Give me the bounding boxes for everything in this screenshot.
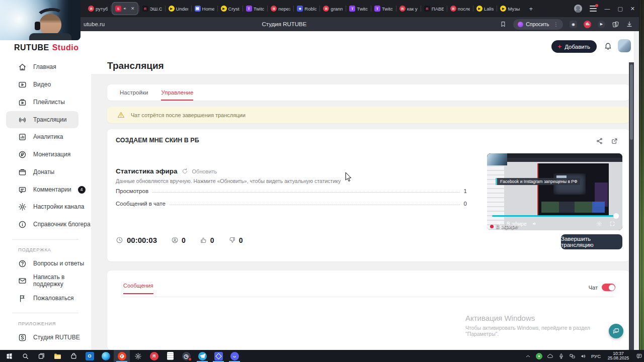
browser-tab[interactable]: Under bbox=[166, 2, 191, 15]
rutube-studio-logo[interactable]: RUTUBEStudio bbox=[14, 43, 78, 52]
taskbar-notepad[interactable] bbox=[162, 350, 178, 362]
sidebar-item[interactable]: Донаты bbox=[0, 163, 91, 180]
taskbar-roblox[interactable] bbox=[210, 350, 226, 362]
sidebar-item[interactable]: Настройки канала bbox=[0, 198, 91, 215]
browser-tab[interactable]: Twitc bbox=[347, 2, 370, 15]
bookmark-icon[interactable] bbox=[500, 21, 507, 28]
new-tab-button[interactable]: + bbox=[526, 4, 536, 14]
taskbar-clock[interactable]: 10:37 25.08.2025 bbox=[605, 351, 631, 361]
extension-hand-icon[interactable] bbox=[584, 21, 591, 28]
tab-messages[interactable]: Сообщения bbox=[123, 283, 153, 289]
taskbar-yandex-browser[interactable] bbox=[114, 350, 130, 362]
page-scrollbar[interactable] bbox=[629, 62, 634, 350]
sidebar-item[interactable]: Справочник блогера bbox=[0, 216, 91, 233]
tab-management[interactable]: Управление bbox=[161, 89, 193, 96]
player-progress-bar[interactable] bbox=[492, 215, 617, 217]
support-chat-fab[interactable] bbox=[609, 324, 623, 338]
stream-caption-overlay: Facebook и Instagram запрещены в РФ bbox=[496, 178, 580, 185]
tab-divider bbox=[473, 6, 473, 12]
user-avatar[interactable] bbox=[618, 39, 631, 52]
browser-tab[interactable]: ЭШ.С bbox=[140, 2, 165, 15]
sidebar-item[interactable]: Пожаловаться bbox=[0, 290, 91, 307]
taskbar-edge[interactable] bbox=[98, 350, 114, 362]
sidebar-item[interactable]: Студия RUTUBE bbox=[0, 329, 91, 346]
browser-tab[interactable]: Roblo bbox=[294, 2, 319, 15]
tab-audio-icon[interactable] bbox=[123, 6, 128, 11]
browser-menu-icon[interactable] bbox=[590, 6, 597, 12]
extension-play-icon[interactable]: ▶ bbox=[598, 21, 605, 28]
volume-tray-icon[interactable] bbox=[580, 353, 587, 359]
volume-icon[interactable] bbox=[532, 221, 538, 227]
network-icon[interactable] bbox=[569, 353, 576, 359]
browser-tab[interactable]: перез bbox=[268, 2, 293, 15]
taskbar-task-view[interactable] bbox=[33, 350, 49, 362]
sidebar-item[interactable]: Монетизация bbox=[0, 146, 91, 163]
extension-cards-icon[interactable] bbox=[612, 21, 619, 28]
browser-tab[interactable]: Twitc bbox=[372, 2, 395, 15]
tab-settings[interactable]: Настройки bbox=[120, 89, 148, 96]
close-button[interactable]: ✕ bbox=[630, 6, 635, 12]
fullscreen-icon[interactable] bbox=[609, 221, 615, 227]
browser-tab[interactable]: Музы bbox=[498, 2, 522, 15]
browser-profile-avatar[interactable] bbox=[574, 5, 582, 13]
add-button[interactable]: + Добавить bbox=[551, 40, 597, 53]
taskbar-yandex[interactable] bbox=[146, 350, 162, 362]
action-center-icon[interactable] bbox=[636, 353, 642, 359]
refresh-label[interactable]: Обновить bbox=[192, 168, 217, 174]
browser-tab[interactable]: Cryst bbox=[218, 2, 242, 15]
language-indicator[interactable]: РУС bbox=[591, 353, 601, 359]
minimize-button[interactable]: — bbox=[604, 6, 610, 12]
browser-window: рутуб✕ЭШ.СUnderHomeCrystTwitcперезRoblog… bbox=[0, 0, 639, 350]
player-progress-knob[interactable] bbox=[613, 213, 619, 219]
browser-tab[interactable]: grann bbox=[320, 2, 345, 15]
taskbar-clock-app[interactable] bbox=[178, 350, 194, 362]
browser-tab[interactable]: Twitc bbox=[244, 2, 267, 15]
browser-tab[interactable]: после bbox=[448, 2, 472, 15]
sidebar-item[interactable]: Написать в поддержку bbox=[0, 272, 91, 289]
ask-more-icon[interactable]: ⋮ bbox=[553, 21, 559, 27]
end-stream-button[interactable]: Завершить трансляцию bbox=[561, 234, 622, 249]
stream-preview-player[interactable]: Facebook и Instagram запрещены в РФ В эф… bbox=[487, 153, 622, 230]
browser-tab[interactable]: Home bbox=[192, 2, 217, 15]
webcam-overlay bbox=[0, 0, 80, 40]
taskbar-search[interactable] bbox=[17, 350, 33, 362]
stat-row: Сообщений в чате0 bbox=[116, 201, 467, 207]
sidebar-item[interactable]: Плейлисты bbox=[0, 94, 91, 111]
address-bar[interactable]: utube.ru bbox=[84, 21, 105, 27]
tab-close-icon[interactable]: ✕ bbox=[131, 6, 135, 11]
ask-alice-button[interactable]: Спросить ⋮ bbox=[513, 19, 563, 30]
browser-tab[interactable]: Lalis bbox=[474, 2, 497, 15]
refresh-icon[interactable] bbox=[182, 168, 188, 174]
browser-tab[interactable]: рутуб bbox=[86, 2, 110, 15]
antivirus-icon[interactable] bbox=[536, 353, 542, 359]
player-settings-icon[interactable] bbox=[596, 221, 602, 227]
extension-icon-1[interactable]: ◉ bbox=[570, 21, 577, 28]
taskbar-start[interactable] bbox=[1, 350, 17, 362]
yandex-favicon bbox=[399, 6, 406, 12]
sidebar-item[interactable]: Трансляции bbox=[6, 111, 78, 128]
share-icon[interactable] bbox=[596, 137, 603, 145]
maximize-button[interactable]: ▢ bbox=[617, 6, 622, 12]
browser-tab[interactable]: как у bbox=[397, 2, 420, 15]
sidebar-item[interactable]: Комментарии4 bbox=[0, 181, 91, 198]
taskbar-telegram[interactable] bbox=[194, 350, 210, 362]
scrollbar-thumb[interactable] bbox=[630, 64, 633, 140]
taskbar-discord[interactable] bbox=[226, 350, 243, 362]
sidebar-item[interactable]: Аналитика bbox=[0, 128, 91, 145]
chat-toggle[interactable] bbox=[602, 284, 615, 291]
browser-tab[interactable]: ПАВЕ bbox=[422, 2, 446, 15]
download-icon[interactable] bbox=[626, 21, 633, 28]
taskbar-microsoft-store[interactable] bbox=[65, 350, 82, 362]
onedrive-cloud-icon[interactable] bbox=[547, 353, 553, 359]
sidebar-item[interactable]: Вопросы и ответы bbox=[0, 255, 91, 272]
sidebar-item[interactable]: Главная bbox=[0, 58, 91, 75]
sidebar-item[interactable]: Видео bbox=[0, 76, 91, 93]
taskbar-file-explorer[interactable] bbox=[49, 350, 65, 362]
taskbar-outlook[interactable] bbox=[82, 350, 98, 362]
taskbar-settings[interactable] bbox=[130, 350, 146, 362]
notifications-bell-icon[interactable] bbox=[604, 42, 612, 50]
tray-chevron-up-icon[interactable] bbox=[525, 353, 531, 359]
external-link-icon[interactable] bbox=[611, 137, 618, 145]
microphone-icon[interactable] bbox=[558, 353, 565, 359]
browser-tab[interactable]: ✕ bbox=[112, 2, 138, 15]
